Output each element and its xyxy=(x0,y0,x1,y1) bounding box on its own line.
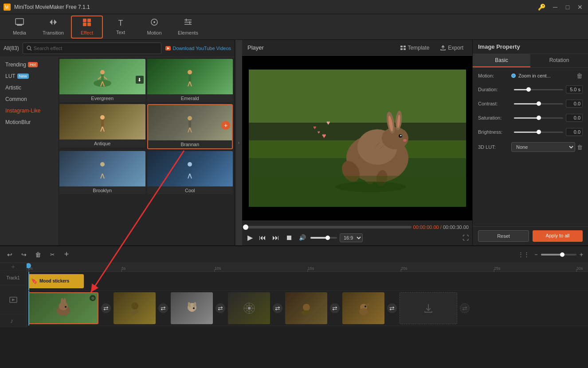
transition-7[interactable]: ⇄ xyxy=(460,303,470,313)
contrast-slider[interactable] xyxy=(514,103,563,105)
clip-spider[interactable] xyxy=(228,292,270,324)
lut-select[interactable]: None xyxy=(511,142,575,152)
progress-bar-area: 00:00:00.00 / 00:00:30.00 xyxy=(246,223,469,232)
clip-dog[interactable] xyxy=(171,292,213,324)
search-box[interactable]: Search effect xyxy=(23,43,161,54)
play-button[interactable]: ▶ xyxy=(246,232,255,243)
timeline-content[interactable]: 0s 5s 10s 15s 20s 25s 30s xyxy=(27,263,588,327)
yt-download-btn[interactable]: Download YouTube Videos xyxy=(165,46,231,51)
tool-media[interactable]: Media xyxy=(4,15,35,39)
saturation-thumb[interactable] xyxy=(537,116,541,120)
tool-motion[interactable]: Motion xyxy=(138,15,170,39)
cat-lut[interactable]: LUT New xyxy=(0,70,57,82)
volume-button[interactable]: 🔊 xyxy=(297,233,308,242)
transition-4[interactable]: ⇄ xyxy=(273,303,282,313)
cat-motionblur[interactable]: MotionBlur xyxy=(0,116,57,128)
svg-line-31 xyxy=(190,81,192,86)
clip-empty[interactable] xyxy=(400,292,457,324)
effect-brannan[interactable]: + Brannan xyxy=(147,104,233,149)
clip-rabbit[interactable]: ⊙ xyxy=(28,292,98,324)
evergreen-label: Evergreen xyxy=(59,94,145,102)
transition-label: Transition xyxy=(43,30,64,35)
stop-button[interactable]: ⏹ xyxy=(284,233,294,243)
contrast-thumb[interactable] xyxy=(537,101,541,106)
tab-basic[interactable]: Basic xyxy=(473,54,530,67)
add-clip-button[interactable]: + xyxy=(60,248,73,261)
cat-common[interactable]: Common xyxy=(0,93,57,105)
transition-5[interactable]: ⇄ xyxy=(330,303,340,313)
brightness-slider-area: 0.0 xyxy=(514,128,583,136)
next-button[interactable]: ⏭ xyxy=(270,233,281,243)
volume-slider[interactable] xyxy=(310,237,337,239)
svg-rect-45 xyxy=(188,167,191,174)
zoom-thumb[interactable] xyxy=(560,252,564,257)
svg-point-36 xyxy=(188,116,192,120)
emerald-preview xyxy=(176,63,203,90)
volume-thumb[interactable] xyxy=(325,236,330,240)
transition-2[interactable]: ⇄ xyxy=(158,303,168,313)
delete-clip-button[interactable]: 🗑 xyxy=(32,248,44,261)
fullscreen-button[interactable]: ⛶ xyxy=(463,234,469,241)
zoom-slider[interactable] xyxy=(541,254,576,256)
cat-artistic[interactable]: Artistic xyxy=(0,82,57,93)
sticker-clip-label: Mood stickers xyxy=(39,279,69,283)
svg-line-42 xyxy=(101,174,102,178)
ruler-svg: 0s 5s 10s 15s 20s 25s 30s xyxy=(27,263,585,272)
motion-delete-btn[interactable]: 🗑 xyxy=(576,72,583,79)
effects-body: Trending Hot LUT New Artistic Common Ins… xyxy=(0,57,235,245)
clip-bird[interactable] xyxy=(114,292,156,324)
time-display: 00:00:00.00 / 00:00:30.00 xyxy=(413,225,469,230)
add-track-button[interactable]: + xyxy=(0,263,26,271)
tool-text[interactable]: T Text xyxy=(105,15,137,39)
motion-row: Motion: Zoom in cent... 🗑 xyxy=(478,72,583,79)
effect-cool[interactable]: Cool xyxy=(147,151,233,194)
maximize-button[interactable]: □ xyxy=(563,3,572,12)
brightness-thumb[interactable] xyxy=(537,130,541,134)
sticker-track: 🔖 Mood stickers xyxy=(27,272,588,291)
zoom-out-button[interactable]: － xyxy=(533,251,539,259)
zoom-in-button[interactable]: ＋ xyxy=(578,251,584,259)
tool-effect[interactable]: Effect xyxy=(71,15,103,39)
squirrel-thumb-svg xyxy=(355,299,372,317)
brightness-slider[interactable] xyxy=(514,132,563,133)
transition-6[interactable]: ⇄ xyxy=(387,303,397,313)
effect-antique[interactable]: Antique xyxy=(59,104,145,149)
close-button[interactable]: ✕ xyxy=(576,3,584,12)
minimize-button[interactable]: ─ xyxy=(551,3,560,12)
effect-evergreen[interactable]: ⬇ Evergreen xyxy=(59,59,145,102)
reset-button[interactable]: Reset xyxy=(478,230,529,242)
cat-instagram[interactable]: Instagram-Like xyxy=(0,105,57,116)
tool-transition[interactable]: Transition xyxy=(37,15,69,39)
progress-bar[interactable] xyxy=(246,226,412,229)
tool-elements[interactable]: Elements xyxy=(172,15,204,39)
template-button[interactable]: Template xyxy=(396,43,433,52)
effect-brooklyn[interactable]: Brooklyn xyxy=(59,151,145,194)
redo-button[interactable]: ↪ xyxy=(18,248,30,261)
effects-header: All(83) Search effect Download YouTube V… xyxy=(0,40,235,57)
sticker-clip[interactable]: 🔖 Mood stickers xyxy=(28,274,84,288)
transition-1[interactable]: ⇄ xyxy=(101,303,111,313)
progress-thumb[interactable] xyxy=(243,225,248,230)
aspect-ratio-select[interactable]: 16:9 9:16 1:1 4:3 xyxy=(340,233,363,242)
lut-delete-btn[interactable]: 🗑 xyxy=(577,144,583,151)
effect-emerald[interactable]: Emerald xyxy=(147,59,233,102)
clip-squirrel[interactable] xyxy=(342,292,384,324)
duration-thumb[interactable] xyxy=(526,87,531,92)
collapse-panel-button[interactable]: › xyxy=(235,40,242,245)
svg-text:♥: ♥ xyxy=(313,124,316,131)
media-icon xyxy=(15,18,24,28)
cat-trending[interactable]: Trending Hot xyxy=(0,59,57,70)
tab-rotation[interactable]: Rotation xyxy=(530,54,588,67)
export-button[interactable]: Export xyxy=(436,43,467,52)
undo-button[interactable]: ↩ xyxy=(4,248,16,261)
cut-button[interactable]: ✂ xyxy=(46,248,59,261)
clip-bird2[interactable] xyxy=(285,292,327,324)
svg-text:5s: 5s xyxy=(122,266,126,271)
apply-all-button[interactable]: Apply to all xyxy=(533,230,583,242)
prev-button[interactable]: ⏮ xyxy=(257,233,268,243)
svg-rect-2 xyxy=(16,19,24,24)
saturation-slider[interactable] xyxy=(514,117,563,119)
transition-3[interactable]: ⇄ xyxy=(216,303,225,313)
player-controls: 00:00:00.00 / 00:00:30.00 ▶ ⏮ ⏭ ⏹ 🔊 xyxy=(242,221,472,245)
duration-slider[interactable] xyxy=(514,89,563,90)
